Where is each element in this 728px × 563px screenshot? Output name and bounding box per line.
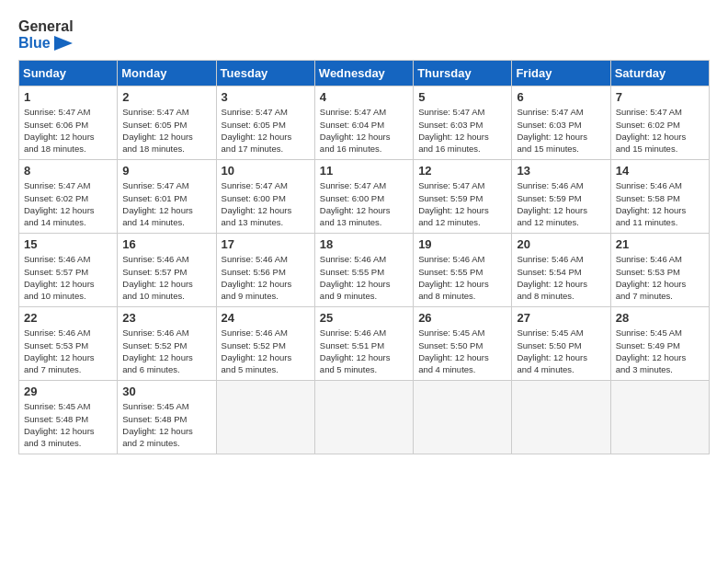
day-number: 8 xyxy=(24,164,112,178)
day-number: 24 xyxy=(222,311,310,325)
day-info: Sunrise: 5:47 AMSunset: 5:59 PMDaylight:… xyxy=(418,179,506,228)
weekday-header-friday: Friday xyxy=(512,61,610,86)
day-cell-26: 26Sunrise: 5:45 AMSunset: 5:50 PMDayligh… xyxy=(414,307,512,381)
week-row-1: 1Sunrise: 5:47 AMSunset: 6:06 PMDaylight… xyxy=(19,86,710,160)
day-cell-17: 17Sunrise: 5:46 AMSunset: 5:56 PMDayligh… xyxy=(216,234,314,307)
logo-container: General Blue xyxy=(18,18,74,51)
day-info: Sunrise: 5:46 AMSunset: 5:51 PMDaylight:… xyxy=(320,327,408,375)
day-number: 20 xyxy=(517,237,605,251)
week-row-4: 22Sunrise: 5:46 AMSunset: 5:53 PMDayligh… xyxy=(19,307,710,381)
day-cell-3: 3Sunrise: 5:47 AMSunset: 6:05 PMDaylight… xyxy=(216,86,314,160)
day-cell-24: 24Sunrise: 5:46 AMSunset: 5:52 PMDayligh… xyxy=(216,307,314,381)
day-number: 29 xyxy=(24,385,112,398)
logo-general: General xyxy=(18,18,74,35)
day-number: 6 xyxy=(517,90,605,104)
day-info: Sunrise: 5:46 AMSunset: 5:53 PMDaylight:… xyxy=(616,253,704,302)
logo-arrow-icon xyxy=(54,36,73,51)
day-info: Sunrise: 5:46 AMSunset: 5:57 PMDaylight:… xyxy=(122,253,210,302)
day-number: 16 xyxy=(122,237,210,251)
day-info: Sunrise: 5:45 AMSunset: 5:48 PMDaylight:… xyxy=(122,400,210,449)
day-cell-27: 27Sunrise: 5:45 AMSunset: 5:50 PMDayligh… xyxy=(512,307,610,381)
weekday-header-saturday: Saturday xyxy=(610,61,709,86)
day-number: 21 xyxy=(616,237,704,251)
day-number: 18 xyxy=(320,237,408,251)
day-cell-30: 30Sunrise: 5:45 AMSunset: 5:48 PMDayligh… xyxy=(118,381,216,454)
day-info: Sunrise: 5:46 AMSunset: 5:55 PMDaylight:… xyxy=(418,253,506,302)
day-cell-11: 11Sunrise: 5:47 AMSunset: 6:00 PMDayligh… xyxy=(314,160,413,234)
day-cell-20: 20Sunrise: 5:46 AMSunset: 5:54 PMDayligh… xyxy=(512,234,610,307)
day-number: 5 xyxy=(418,90,506,104)
day-cell-10: 10Sunrise: 5:47 AMSunset: 6:00 PMDayligh… xyxy=(216,160,314,234)
day-info: Sunrise: 5:47 AMSunset: 6:03 PMDaylight:… xyxy=(517,106,605,155)
day-cell-29: 29Sunrise: 5:45 AMSunset: 5:48 PMDayligh… xyxy=(19,381,118,454)
empty-cell xyxy=(314,381,413,454)
day-number: 28 xyxy=(616,311,704,325)
calendar-table: SundayMondayTuesdayWednesdayThursdayFrid… xyxy=(18,60,710,454)
header: General Blue xyxy=(18,18,710,51)
day-info: Sunrise: 5:46 AMSunset: 5:55 PMDaylight:… xyxy=(320,253,408,302)
day-number: 10 xyxy=(222,164,310,178)
day-info: Sunrise: 5:46 AMSunset: 5:53 PMDaylight:… xyxy=(24,327,112,375)
day-number: 19 xyxy=(418,237,506,251)
day-cell-7: 7Sunrise: 5:47 AMSunset: 6:02 PMDaylight… xyxy=(610,86,709,160)
day-cell-21: 21Sunrise: 5:46 AMSunset: 5:53 PMDayligh… xyxy=(610,234,709,307)
day-cell-12: 12Sunrise: 5:47 AMSunset: 5:59 PMDayligh… xyxy=(414,160,512,234)
day-number: 1 xyxy=(24,90,112,104)
day-cell-18: 18Sunrise: 5:46 AMSunset: 5:55 PMDayligh… xyxy=(314,234,413,307)
day-info: Sunrise: 5:46 AMSunset: 5:54 PMDaylight:… xyxy=(517,253,605,302)
day-cell-22: 22Sunrise: 5:46 AMSunset: 5:53 PMDayligh… xyxy=(19,307,118,381)
day-cell-8: 8Sunrise: 5:47 AMSunset: 6:02 PMDaylight… xyxy=(19,160,118,234)
day-info: Sunrise: 5:47 AMSunset: 6:02 PMDaylight:… xyxy=(616,106,704,155)
day-info: Sunrise: 5:46 AMSunset: 5:52 PMDaylight:… xyxy=(122,327,210,375)
week-row-3: 15Sunrise: 5:46 AMSunset: 5:57 PMDayligh… xyxy=(19,234,710,307)
empty-cell xyxy=(610,381,709,454)
day-cell-2: 2Sunrise: 5:47 AMSunset: 6:05 PMDaylight… xyxy=(118,86,216,160)
day-info: Sunrise: 5:47 AMSunset: 6:04 PMDaylight:… xyxy=(320,106,408,155)
day-info: Sunrise: 5:45 AMSunset: 5:50 PMDaylight:… xyxy=(418,327,506,375)
day-info: Sunrise: 5:45 AMSunset: 5:50 PMDaylight:… xyxy=(517,327,605,375)
weekday-header-thursday: Thursday xyxy=(414,61,512,86)
day-info: Sunrise: 5:46 AMSunset: 5:58 PMDaylight:… xyxy=(616,179,704,228)
empty-cell xyxy=(216,381,314,454)
day-cell-19: 19Sunrise: 5:46 AMSunset: 5:55 PMDayligh… xyxy=(414,234,512,307)
day-number: 12 xyxy=(418,164,506,178)
day-info: Sunrise: 5:45 AMSunset: 5:49 PMDaylight:… xyxy=(616,327,704,375)
logo: General Blue xyxy=(18,18,74,51)
logo-blue: Blue xyxy=(18,35,74,52)
weekday-header-sunday: Sunday xyxy=(19,61,118,86)
day-info: Sunrise: 5:47 AMSunset: 6:01 PMDaylight:… xyxy=(122,179,210,228)
day-cell-28: 28Sunrise: 5:45 AMSunset: 5:49 PMDayligh… xyxy=(610,307,709,381)
day-number: 3 xyxy=(222,90,310,104)
day-info: Sunrise: 5:47 AMSunset: 6:05 PMDaylight:… xyxy=(122,106,210,155)
day-number: 26 xyxy=(418,311,506,325)
day-number: 7 xyxy=(616,90,704,104)
day-info: Sunrise: 5:46 AMSunset: 5:57 PMDaylight:… xyxy=(24,253,112,302)
day-number: 9 xyxy=(122,164,210,178)
weekday-header-row: SundayMondayTuesdayWednesdayThursdayFrid… xyxy=(19,61,710,86)
day-info: Sunrise: 5:47 AMSunset: 6:00 PMDaylight:… xyxy=(222,179,310,228)
week-row-2: 8Sunrise: 5:47 AMSunset: 6:02 PMDaylight… xyxy=(19,160,710,234)
day-info: Sunrise: 5:47 AMSunset: 6:06 PMDaylight:… xyxy=(24,106,112,155)
day-cell-25: 25Sunrise: 5:46 AMSunset: 5:51 PMDayligh… xyxy=(314,307,413,381)
day-number: 17 xyxy=(222,237,310,251)
week-row-5: 29Sunrise: 5:45 AMSunset: 5:48 PMDayligh… xyxy=(19,381,710,454)
day-number: 2 xyxy=(122,90,210,104)
day-cell-1: 1Sunrise: 5:47 AMSunset: 6:06 PMDaylight… xyxy=(19,86,118,160)
day-number: 27 xyxy=(517,311,605,325)
day-number: 13 xyxy=(517,164,605,178)
day-cell-4: 4Sunrise: 5:47 AMSunset: 6:04 PMDaylight… xyxy=(314,86,413,160)
day-cell-14: 14Sunrise: 5:46 AMSunset: 5:58 PMDayligh… xyxy=(610,160,709,234)
day-number: 22 xyxy=(24,311,112,325)
empty-cell xyxy=(512,381,610,454)
day-number: 4 xyxy=(320,90,408,104)
day-cell-13: 13Sunrise: 5:46 AMSunset: 5:59 PMDayligh… xyxy=(512,160,610,234)
day-info: Sunrise: 5:46 AMSunset: 5:56 PMDaylight:… xyxy=(222,253,310,302)
weekday-header-monday: Monday xyxy=(118,61,216,86)
day-number: 23 xyxy=(122,311,210,325)
day-info: Sunrise: 5:45 AMSunset: 5:48 PMDaylight:… xyxy=(24,400,112,449)
empty-cell xyxy=(414,381,512,454)
day-number: 11 xyxy=(320,164,408,178)
day-info: Sunrise: 5:47 AMSunset: 6:00 PMDaylight:… xyxy=(320,179,408,228)
day-cell-15: 15Sunrise: 5:46 AMSunset: 5:57 PMDayligh… xyxy=(19,234,118,307)
day-number: 15 xyxy=(24,237,112,251)
